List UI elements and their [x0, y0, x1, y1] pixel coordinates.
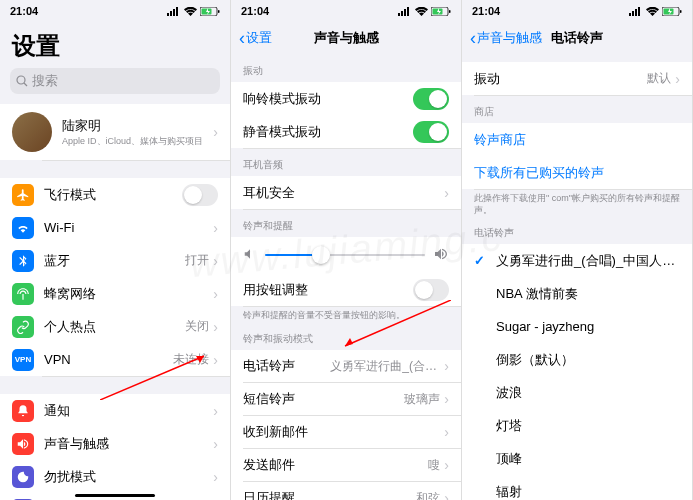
change-with-buttons-row[interactable]: 用按钮调整	[231, 273, 461, 306]
speaker-icon	[12, 433, 34, 455]
chevron-right-icon: ›	[444, 185, 449, 201]
section-headphone: 耳机音频	[231, 148, 461, 176]
signal-icon	[629, 7, 643, 16]
vpn-row[interactable]: VPN VPN 未连接 ›	[0, 343, 230, 376]
ringtone-item[interactable]: ✓ NBA 激情前奏	[462, 277, 692, 310]
chevron-right-icon: ›	[213, 253, 218, 269]
svg-rect-14	[407, 7, 409, 16]
avatar	[12, 112, 52, 152]
svg-line-8	[24, 83, 27, 86]
texttone-row[interactable]: 短信铃声 玻璃声 ›	[231, 383, 461, 416]
chevron-right-icon: ›	[213, 319, 218, 335]
search-field[interactable]: 搜索	[10, 68, 220, 94]
sounds-list: 振动 响铃模式振动 静音模式振动 耳机音频 耳机安全 › 铃声和提醒 用按钮调整	[231, 54, 461, 500]
apple-id-row[interactable]: 陆家明 Apple ID、iCloud、媒体与购买项目 ›	[0, 104, 230, 160]
headphone-safety-row[interactable]: 耳机安全 ›	[231, 176, 461, 209]
chevron-right-icon: ›	[213, 436, 218, 452]
ringtone-row[interactable]: 电话铃声 义勇军进行曲_(合唱)_中国人... ›	[231, 350, 461, 383]
status-bar: 21:04	[462, 0, 692, 22]
svg-rect-17	[449, 10, 451, 13]
volume-slider-row	[231, 237, 461, 273]
newmail-row[interactable]: 收到新邮件 ›	[231, 416, 461, 449]
change-buttons-toggle[interactable]	[413, 279, 449, 301]
volume-slider[interactable]	[265, 254, 425, 256]
bluetooth-icon	[12, 250, 34, 272]
chevron-right-icon: ›	[213, 469, 218, 485]
svg-rect-13	[404, 9, 406, 16]
svg-rect-1	[170, 11, 172, 16]
download-purchased-row[interactable]: 下载所有已购买的铃声	[462, 156, 692, 189]
svg-rect-11	[398, 13, 400, 16]
ringtone-item[interactable]: ✓ 顶峰	[462, 442, 692, 475]
ringtone-screen: 21:04 ‹声音与触感 电话铃声 振动 默认 › 商店 铃声商店 下载所有已购…	[462, 0, 693, 500]
svg-rect-22	[635, 9, 637, 16]
hotspot-row[interactable]: 个人热点 关闭 ›	[0, 310, 230, 343]
ringtone-item[interactable]: ✓ 灯塔	[462, 409, 692, 442]
dnd-row[interactable]: 勿扰模式 ›	[0, 460, 230, 493]
vpn-icon: VPN	[12, 349, 34, 371]
svg-rect-12	[401, 11, 403, 16]
section-pattern: 铃声和振动模式	[231, 330, 461, 350]
svg-rect-21	[632, 11, 634, 16]
search-placeholder: 搜索	[32, 72, 58, 90]
profile-name: 陆家明	[62, 117, 209, 135]
airplane-mode-row[interactable]: 飞行模式	[0, 178, 230, 211]
bell-icon	[12, 400, 34, 422]
battery-icon	[662, 7, 682, 16]
home-indicator[interactable]	[75, 494, 155, 497]
wifi-row[interactable]: Wi-Fi ›	[0, 211, 230, 244]
link-icon	[12, 316, 34, 338]
ringtone-item[interactable]: ✓ 辐射	[462, 475, 692, 500]
wifi-icon	[184, 7, 197, 16]
notifications-row[interactable]: 通知 ›	[0, 394, 230, 427]
sentmail-row[interactable]: 发送邮件 嗖 ›	[231, 449, 461, 482]
chevron-right-icon: ›	[213, 124, 218, 140]
ringtone-list: 振动 默认 › 商店 铃声商店 下载所有已购买的铃声 此操作将下载使用" com…	[462, 54, 692, 500]
vibration-row[interactable]: 振动 默认 ›	[462, 62, 692, 95]
tone-store-row[interactable]: 铃声商店	[462, 123, 692, 156]
moon-icon	[12, 466, 34, 488]
nav-bar: ‹设置 声音与触感	[231, 22, 461, 54]
ringtone-item[interactable]: ✓ 倒影（默认）	[462, 343, 692, 376]
bluetooth-row[interactable]: 蓝牙 打开 ›	[0, 244, 230, 277]
wifi-icon	[646, 7, 659, 16]
chevron-right-icon: ›	[444, 391, 449, 407]
sounds-haptics-screen: 21:04 ‹设置 声音与触感 振动 响铃模式振动 静音模式振动 耳机音频 耳机…	[231, 0, 462, 500]
battery-icon	[431, 7, 451, 16]
chevron-right-icon: ›	[213, 286, 218, 302]
ringtone-item[interactable]: ✓ 义勇军进行曲_(合唱)_中国人民解放...	[462, 244, 692, 277]
signal-icon	[167, 7, 181, 16]
svg-point-7	[17, 76, 25, 84]
silent-vibrate-row[interactable]: 静音模式振动	[231, 115, 461, 148]
status-time: 21:04	[10, 5, 38, 17]
svg-rect-6	[218, 10, 220, 13]
battery-icon	[200, 7, 220, 16]
silent-vibrate-toggle[interactable]	[413, 121, 449, 143]
chevron-right-icon: ›	[213, 220, 218, 236]
ringtone-item[interactable]: ✓ Sugar - jayzheng	[462, 310, 692, 343]
svg-rect-0	[167, 13, 169, 16]
profile-subtitle: Apple ID、iCloud、媒体与购买项目	[62, 135, 209, 148]
ring-vibrate-toggle[interactable]	[413, 88, 449, 110]
calendar-row[interactable]: 日历提醒 和弦 ›	[231, 482, 461, 500]
settings-list: 陆家明 Apple ID、iCloud、媒体与购买项目 › 飞行模式 Wi-Fi…	[0, 104, 230, 500]
chevron-right-icon: ›	[444, 457, 449, 473]
section-ringer: 铃声和提醒	[231, 209, 461, 237]
nav-title: 声音与触感	[231, 29, 461, 47]
cellular-row[interactable]: 蜂窝网络 ›	[0, 277, 230, 310]
chevron-right-icon: ›	[444, 358, 449, 374]
chevron-right-icon: ›	[675, 71, 680, 87]
signal-icon	[398, 7, 412, 16]
wifi-icon	[415, 7, 428, 16]
page-title: 设置	[0, 22, 230, 68]
airplane-icon	[12, 184, 34, 206]
sounds-haptics-row[interactable]: 声音与触感 ›	[0, 427, 230, 460]
ring-vibrate-row[interactable]: 响铃模式振动	[231, 82, 461, 115]
svg-rect-3	[176, 7, 178, 16]
change-buttons-footer: 铃声和提醒的音量不受音量按钮的影响。	[231, 306, 461, 330]
chevron-right-icon: ›	[213, 352, 218, 368]
airplane-toggle[interactable]	[182, 184, 218, 206]
ringtone-item[interactable]: ✓ 波浪	[462, 376, 692, 409]
checkmark-icon: ✓	[474, 253, 490, 268]
chevron-right-icon: ›	[213, 403, 218, 419]
